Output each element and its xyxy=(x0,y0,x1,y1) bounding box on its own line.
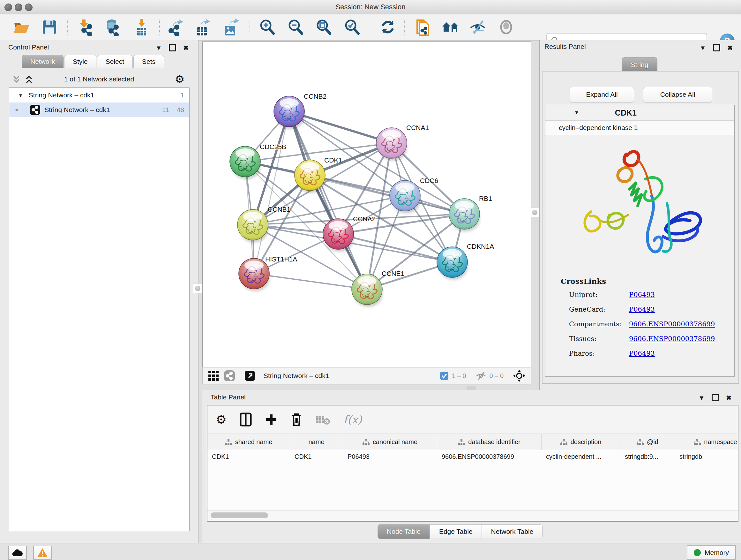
tab-string[interactable]: String xyxy=(622,57,657,72)
network-node-cdc25b[interactable] xyxy=(230,146,260,179)
panel-close-icon[interactable]: ✖ xyxy=(183,45,189,51)
network-row[interactable]: ● String Network – cdk1 11 48 xyxy=(9,103,189,117)
first-neighbors-button[interactable] xyxy=(442,18,460,36)
table-horizontal-scrollbar[interactable] xyxy=(207,510,738,520)
column-header-canonical-name[interactable]: canonical name xyxy=(343,434,437,450)
network-view-canvas[interactable]: CCNB2CCNA1CDC25BCDK1CDC6RB1CCNB1CCNA2CDK… xyxy=(202,42,531,367)
window-title: Session: New Session xyxy=(0,0,741,14)
gene-expander-icon[interactable]: ▼ xyxy=(574,110,579,116)
panel-close-icon[interactable]: ✖ xyxy=(727,45,733,51)
panel-float-icon[interactable] xyxy=(169,44,176,51)
network-node-cdk1[interactable] xyxy=(294,160,325,193)
open-session-button[interactable] xyxy=(12,18,30,36)
scrollbar-thumb[interactable] xyxy=(211,512,268,518)
network-edge[interactable] xyxy=(289,111,392,143)
tab-sets[interactable]: Sets xyxy=(133,55,164,68)
network-node-hist1h1a[interactable] xyxy=(239,258,269,291)
zoom-selected-icon xyxy=(343,18,361,36)
column-header-database-identifier[interactable]: database identifier xyxy=(437,434,542,450)
network-graph[interactable]: CCNB2CCNA1CDC25BCDK1CDC6RB1CCNB1CCNA2CDK… xyxy=(203,42,531,367)
panel-float-icon[interactable] xyxy=(712,394,719,401)
hidden-eye-slash-icon xyxy=(475,371,486,381)
zoom-selected-button[interactable] xyxy=(343,18,361,36)
apply-layout-button[interactable] xyxy=(379,18,397,36)
delete-column-icon[interactable] xyxy=(290,413,302,427)
table-cell[interactable]: stringdb xyxy=(675,449,738,463)
gene-header-row[interactable]: ▼ CDK1 xyxy=(545,105,734,120)
warnings-button[interactable] xyxy=(33,546,52,560)
column-header--id[interactable]: @id xyxy=(620,434,675,450)
import-network-file-button[interactable] xyxy=(77,18,95,36)
expand-all-chevrons-icon[interactable] xyxy=(24,75,34,84)
table-cell[interactable]: stringdb:9... xyxy=(620,449,675,463)
show-columns-icon[interactable] xyxy=(239,413,252,427)
memory-button[interactable]: Memory xyxy=(687,545,736,560)
crosslink-link[interactable]: P06493 xyxy=(629,350,655,357)
crosslink-link[interactable]: 9606.ENSP00000378699 xyxy=(629,335,715,343)
zoom-in-button[interactable] xyxy=(258,18,276,36)
network-edge[interactable] xyxy=(289,111,367,289)
show-all-button[interactable] xyxy=(497,18,515,36)
panel-menu-icon[interactable]: ▼ xyxy=(699,45,706,51)
import-table-file-button[interactable] xyxy=(133,18,151,36)
network-collection-row[interactable]: ▼ String Network – cdk1 1 xyxy=(9,88,189,103)
column-header-shared-name[interactable]: shared name xyxy=(207,434,290,450)
left-splitter-handle[interactable] xyxy=(193,284,202,293)
network-edge[interactable] xyxy=(310,175,464,214)
network-node-rb1[interactable] xyxy=(449,199,480,232)
collapse-all-chevrons-icon[interactable] xyxy=(11,75,21,84)
network-node-ccna2[interactable] xyxy=(323,219,354,252)
panel-float-icon[interactable] xyxy=(713,44,720,51)
tab-node-table[interactable]: Node Table xyxy=(378,524,430,539)
bottom-splitter-handle[interactable] xyxy=(467,386,476,390)
network-badge-icon[interactable] xyxy=(224,370,235,381)
table-cell[interactable]: P06493 xyxy=(343,449,437,463)
panel-close-icon[interactable]: ✖ xyxy=(726,395,731,401)
tab-select[interactable]: Select xyxy=(97,55,133,68)
tab-network-table[interactable]: Network Table xyxy=(482,524,543,539)
column-header-name[interactable]: name xyxy=(290,434,343,450)
network-node-cdc6[interactable] xyxy=(390,180,420,213)
selected-checkbox-icon[interactable] xyxy=(440,371,449,380)
network-edge[interactable] xyxy=(254,273,367,289)
birds-eye-view-icon[interactable] xyxy=(513,369,526,382)
crosslink-link[interactable]: P06493 xyxy=(629,291,655,299)
table-cell[interactable]: CDK1 xyxy=(290,449,343,463)
crosslink-link[interactable]: 9606.ENSP00000378699 xyxy=(629,320,715,328)
panel-menu-icon[interactable]: ▼ xyxy=(698,395,704,401)
save-session-button[interactable] xyxy=(41,18,58,36)
table-cell[interactable]: CDK1 xyxy=(207,449,290,463)
column-header-description[interactable]: description xyxy=(542,434,620,450)
network-options-gear-icon[interactable]: ⚙ xyxy=(175,73,185,85)
export-table-button[interactable] xyxy=(193,18,211,36)
zoom-fit-button[interactable] xyxy=(315,18,333,36)
detach-view-icon[interactable] xyxy=(245,370,255,381)
network-node-cdkn1a[interactable] xyxy=(437,247,468,280)
network-node-ccne1[interactable] xyxy=(352,274,382,307)
hide-selected-button[interactable] xyxy=(469,18,487,36)
table-cell[interactable]: cyclin-dependent ... xyxy=(542,449,620,463)
table-row[interactable]: CDK1CDK1P064939606.ENSP00000378699cyclin… xyxy=(207,449,738,463)
tab-network[interactable]: Network xyxy=(22,55,64,68)
collapse-all-button[interactable]: Collapse All xyxy=(643,87,712,103)
network-node-ccnb1[interactable] xyxy=(238,209,268,242)
column-header-namespace[interactable]: namespace xyxy=(675,434,738,450)
tree-expander-icon[interactable]: ▼ xyxy=(18,92,23,98)
import-network-database-button[interactable] xyxy=(104,18,121,36)
panel-menu-icon[interactable]: ▼ xyxy=(155,45,162,51)
tab-edge-table[interactable]: Edge Table xyxy=(430,524,482,539)
expand-all-button[interactable]: Expand All xyxy=(569,87,634,103)
grid-view-icon[interactable] xyxy=(208,370,219,381)
table-cell[interactable]: 9606.ENSP00000378699 xyxy=(437,449,542,463)
crosslink-link[interactable]: P06493 xyxy=(629,306,655,313)
network-node-ccna1[interactable] xyxy=(376,128,407,161)
right-splitter-handle[interactable] xyxy=(530,207,539,217)
add-column-icon[interactable] xyxy=(265,413,278,426)
string-import-button[interactable] xyxy=(414,18,432,36)
zoom-out-button[interactable] xyxy=(286,18,305,36)
table-options-gear-icon[interactable]: ⚙ xyxy=(216,413,226,426)
export-network-button[interactable] xyxy=(166,18,184,36)
cloud-status-button[interactable] xyxy=(8,546,27,560)
tab-style[interactable]: Style xyxy=(64,55,96,68)
export-image-button[interactable] xyxy=(222,18,240,36)
